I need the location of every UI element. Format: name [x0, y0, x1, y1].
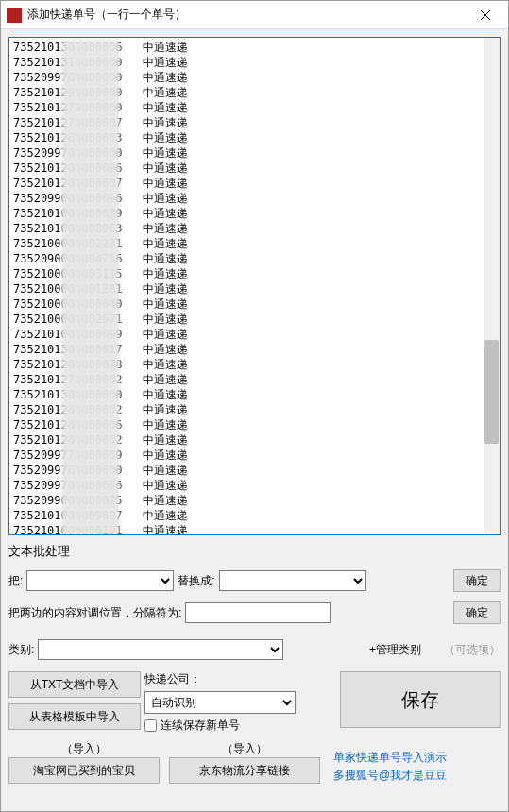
- jd-import-button[interactable]: 京东物流分享链接: [169, 757, 320, 784]
- swap-confirm-button[interactable]: 确定: [453, 601, 501, 624]
- content-area: 7352101300000006 中通速递 7352101310000000 中…: [1, 29, 508, 811]
- manage-category-link[interactable]: +管理类别: [369, 642, 421, 658]
- jd-import-label: （导入）: [222, 741, 267, 757]
- replace-to-combo[interactable]: [219, 570, 366, 591]
- titlebar: 添加快递单号（一行一个单号）: [1, 1, 508, 29]
- help-link-2[interactable]: 多搜狐号@我才是豆豆: [333, 768, 447, 784]
- taobao-import-label: （导入）: [61, 741, 107, 757]
- help-link-1[interactable]: 单家快递单号导入演示: [333, 750, 447, 766]
- tracking-numbers-textarea[interactable]: 7352101300000006 中通速递 7352101310000000 中…: [8, 37, 501, 535]
- scroll-thumb[interactable]: [484, 340, 499, 444]
- swap-delimiter-input[interactable]: [185, 602, 331, 623]
- category-combo[interactable]: [38, 639, 283, 660]
- batch-section-label: 文本批处理: [8, 543, 501, 560]
- optional-label: （可选项）: [444, 642, 501, 658]
- courier-column: 快递公司： 自动识别 连续保存新单号: [144, 671, 336, 734]
- continuous-save-checkbox-wrap[interactable]: 连续保存新单号: [144, 718, 336, 734]
- last-row: （导入） 淘宝网已买到的宝贝 （导入） 京东物流分享链接 单家快递单号导入演示 …: [8, 741, 501, 784]
- redaction-overlay: [61, 40, 120, 535]
- vertical-scrollbar[interactable]: [484, 38, 500, 534]
- replace-from-combo[interactable]: [26, 570, 174, 591]
- courier-company-label: 快递公司：: [144, 671, 336, 687]
- close-icon: [481, 10, 490, 20]
- bottom-section: 从TXT文档中导入 从表格模板中导入 快递公司： 自动识别 连续保存新单号 保存: [8, 671, 501, 734]
- replace-row: 把: 替换成: 确定: [8, 569, 501, 592]
- swap-row: 把两边的内容对调位置，分隔符为: 确定: [8, 601, 501, 624]
- jd-import-group: （导入） 京东物流分享链接: [169, 741, 320, 784]
- app-icon: [7, 8, 22, 23]
- swap-label: 把两边的内容对调位置，分隔符为:: [8, 605, 181, 621]
- category-label: 类别:: [8, 642, 34, 658]
- close-button[interactable]: [465, 2, 506, 28]
- replace-to-label: 替换成:: [178, 573, 214, 589]
- replace-confirm-button[interactable]: 确定: [453, 569, 501, 592]
- help-links: 单家快递单号导入演示 多搜狐号@我才是豆豆: [333, 750, 447, 784]
- import-buttons-column: 从TXT文档中导入 从表格模板中导入: [8, 671, 141, 730]
- continuous-save-label: 连续保存新单号: [161, 718, 240, 734]
- save-button[interactable]: 保存: [340, 671, 501, 728]
- window-title: 添加快递单号（一行一个单号）: [27, 7, 465, 23]
- dialog-window: 添加快递单号（一行一个单号） 7352101300000006 中通速递 735…: [0, 0, 509, 812]
- taobao-import-button[interactable]: 淘宝网已买到的宝贝: [8, 757, 160, 784]
- import-from-txt-button[interactable]: 从TXT文档中导入: [8, 671, 141, 698]
- continuous-save-checkbox[interactable]: [144, 719, 157, 732]
- taobao-import-group: （导入） 淘宝网已买到的宝贝: [8, 741, 160, 784]
- category-row: 类别: +管理类别 （可选项）: [8, 639, 501, 660]
- import-from-template-button[interactable]: 从表格模板中导入: [8, 703, 141, 730]
- replace-from-label: 把:: [8, 573, 23, 589]
- courier-company-combo[interactable]: 自动识别: [144, 691, 296, 714]
